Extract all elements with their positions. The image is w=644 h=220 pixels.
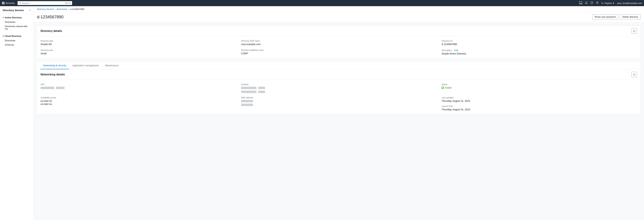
network-vpc-value <box>40 86 236 89</box>
svg-text:?: ? <box>592 2 592 4</box>
networking-refresh-icon <box>633 73 636 76</box>
directory-details-refresh-button[interactable] <box>632 28 637 34</box>
network-dns-address-label: DNS address <box>241 96 436 99</box>
description-edit-link[interactable]: Edit <box>454 49 458 52</box>
breadcrumb-directories[interactable]: Directories <box>57 8 67 11</box>
nav-icons: ? N. Virginia ▼ jane_doe@example.com <box>579 1 642 5</box>
breadcrumb-sep-2: › <box>68 8 69 11</box>
network-launch-time-label: Launch time <box>442 105 637 107</box>
network-launch-time-value: Thursday, August 31, 2023 <box>442 108 637 111</box>
network-az-value: us-east-1b us-east-1a <box>40 100 236 105</box>
detail-directory-type-label: Directory type <box>40 40 236 42</box>
detail-dns-name-value: corp.example.com <box>241 43 436 46</box>
directory-details-title: Directory details <box>40 30 62 33</box>
detail-directory-size-value: Small <box>40 52 236 55</box>
network-az-1: us-east-1b <box>40 100 236 102</box>
cloud-directory-header[interactable]: ▾ Cloud Directory <box>0 34 33 38</box>
svg-point-7 <box>597 3 598 3</box>
sidebar-header: Directory Service × <box>0 6 33 14</box>
services-menu[interactable]: Services <box>2 2 15 5</box>
subnet-2-az-blurred <box>258 91 265 93</box>
detail-directory-id-value: d-1234567890 <box>442 43 637 46</box>
region-selector[interactable]: N. Virginia ▼ <box>602 2 614 5</box>
active-directory-section: ▾ Active Directory Directories Directori… <box>0 14 33 32</box>
detail-netbios-name-value: CORP <box>241 52 436 55</box>
top-navbar: Services [Alt+S] ? <box>0 0 644 6</box>
detail-dns-name-label: Directory DNS name <box>241 40 436 42</box>
subnet-1-blurred <box>241 87 256 89</box>
directory-details-grid: Directory type Simple AD Directory DNS n… <box>40 40 637 55</box>
subnet-2-blurred <box>241 91 256 93</box>
sidebar-item-cd-schemas[interactable]: Schemas <box>0 43 33 47</box>
sidebar-close-button[interactable]: × <box>29 9 31 12</box>
active-directory-arrow: ▾ <box>3 17 4 19</box>
network-times: Last updated Thursday, August 31, 2023 L… <box>442 96 637 111</box>
search-shortcut: [Alt+S] <box>65 2 71 4</box>
tab-maintenance[interactable]: Maintenance <box>102 62 122 69</box>
active-directory-label: Active Directory <box>4 16 22 19</box>
directory-details-header: Directory details <box>37 26 640 36</box>
page-title: d-1234567890 <box>37 15 64 19</box>
reset-password-button[interactable]: Reset user password <box>592 15 618 19</box>
detail-description-value: Simple Active Directory <box>442 52 637 55</box>
network-vpc-label: VPC <box>40 83 236 86</box>
search-bar[interactable]: [Alt+S] <box>18 1 72 5</box>
grid-icon <box>2 2 4 4</box>
services-label[interactable]: Services <box>6 2 15 5</box>
refresh-icon <box>633 30 636 32</box>
settings-icon[interactable] <box>596 1 599 5</box>
tab-networking-security[interactable]: Networking & security <box>40 62 69 69</box>
detail-netbios-name-label: Directory NetBIOS name <box>241 49 436 51</box>
tab-application-management[interactable]: Application management <box>70 62 102 69</box>
network-last-updated-value: Thursday, August 31, 2023 <box>442 100 637 102</box>
networking-details-card: Networking details VPC <box>37 69 640 114</box>
breadcrumb: Directory Service › Directories › d-1234… <box>34 6 644 12</box>
breadcrumb-sep-1: › <box>55 8 56 11</box>
breadcrumb-directory-service[interactable]: Directory Service <box>37 8 54 11</box>
search-icon <box>19 2 21 4</box>
network-dns-address: DNS address <box>241 96 436 111</box>
sidebar: Directory Service × ▾ Active Directory D… <box>0 6 34 220</box>
networking-details-refresh-button[interactable] <box>632 72 637 77</box>
dns-2-blurred <box>241 104 253 106</box>
cloud-directory-section: ▾ Cloud Directory Directories Schemas <box>0 32 33 48</box>
main-content: Directory Service › Directories › d-1234… <box>34 6 644 220</box>
detail-directory-id: Directory ID d-1234567890 <box>442 40 637 46</box>
detail-directory-id-label: Directory ID <box>442 40 637 42</box>
detail-directory-size-label: Directory size <box>40 49 236 51</box>
network-status-label: Status <box>442 83 637 86</box>
networking-details-body: VPC Subnets <box>37 80 640 114</box>
status-active-icon <box>442 87 444 89</box>
network-status: Status Active <box>442 83 637 93</box>
cloud-directory-arrow: ▾ <box>3 35 4 37</box>
app-layout: Directory Service × ▾ Active Directory D… <box>0 6 644 220</box>
tray-icon[interactable] <box>579 1 582 5</box>
networking-details-header: Networking details <box>37 69 640 80</box>
page-actions: Reset user password Delete directory <box>592 15 640 19</box>
sidebar-item-ad-directories[interactable]: Directories <box>0 20 33 24</box>
sidebar-item-ad-shared[interactable]: Directories shared with me <box>0 24 33 31</box>
user-menu[interactable]: jane_doe@example.com <box>617 2 642 5</box>
detail-directory-type: Directory type Simple AD <box>40 40 236 46</box>
vpc-id-blurred <box>40 87 54 89</box>
vpc-name-blurred <box>56 87 64 89</box>
directory-details-card: Directory details Directory type Simple … <box>37 26 640 59</box>
svg-line-1 <box>20 4 21 4</box>
sidebar-item-cd-directories[interactable]: Directories <box>0 38 33 43</box>
network-az: Availability zones us-east-1b us-east-1a <box>40 96 236 111</box>
detail-directory-size: Directory size Small <box>40 49 236 55</box>
active-directory-header[interactable]: ▾ Active Directory <box>0 15 33 20</box>
region-label: N. Virginia <box>602 2 612 5</box>
network-last-updated-label: Last updated <box>442 96 637 99</box>
content-area: Directory details Directory type Simple … <box>34 22 644 121</box>
delete-directory-button[interactable]: Delete directory <box>620 15 640 19</box>
detail-description: Description - Edit Simple Active Directo… <box>442 49 637 55</box>
detail-directory-type-value: Simple AD <box>40 43 236 46</box>
network-az-label: Availability zones <box>40 96 236 99</box>
search-input[interactable] <box>22 2 64 5</box>
network-az-2: us-east-1a <box>40 103 236 105</box>
help-icon[interactable]: ? <box>590 1 593 5</box>
bell-icon[interactable] <box>585 1 588 5</box>
tabs-bar: Networking & security Application manage… <box>37 62 640 69</box>
detail-description-label: Description - Edit <box>442 49 637 52</box>
